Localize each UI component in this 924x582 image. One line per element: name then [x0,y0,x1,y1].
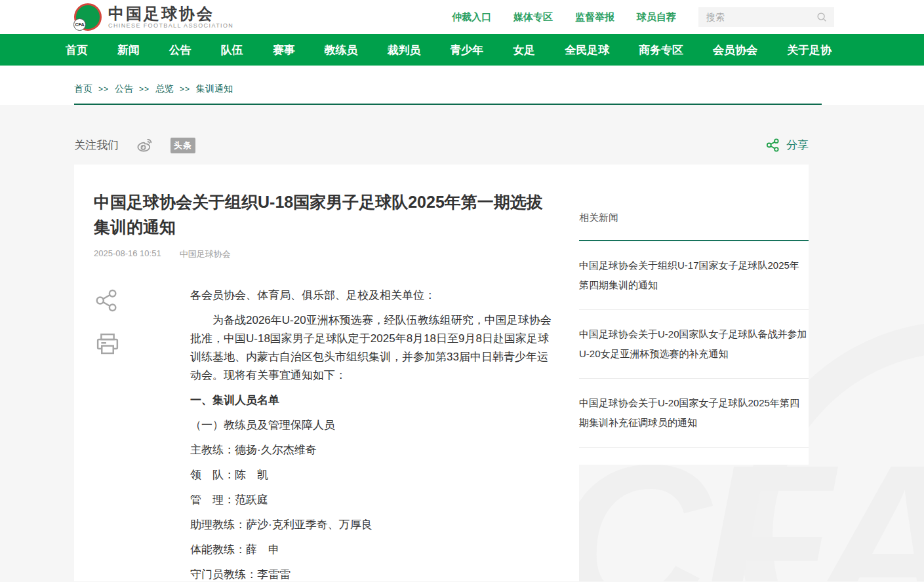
search-icon[interactable] [816,11,828,23]
share-label: 分享 [786,138,809,153]
print-icon[interactable] [94,330,133,358]
share-button[interactable]: 分享 [765,138,809,153]
nav-item-teams[interactable]: 队伍 [221,43,243,58]
nav-item-news[interactable]: 新闻 [117,43,140,58]
breadcrumb-separator: >> [139,85,150,94]
logo-title: 中国足球协会 [108,5,233,22]
breadcrumb-separator: >> [98,85,109,94]
logo-subtitle: CHINESE FOOTBALL ASSOCIATION [108,22,233,29]
article-share-icon[interactable] [94,288,133,313]
nav-item-home[interactable]: 首页 [66,43,88,58]
article-paragraph: 主教练：德扬·久尔杰维奇 [190,441,556,459]
follow-share-bar: 关注我们 头条 [74,105,822,165]
related-news-sidebar: 相关新闻 中国足球协会关于组织U-17国家女子足球队2025年第四期集训的通知 … [579,165,809,465]
article-paragraph: 各会员协会、体育局、俱乐部、足校及相关单位： [190,286,556,305]
breadcrumb: 首页 >> 公告 >> 总览 >> 集训通知 [74,66,822,105]
article-section-heading: 一、集训人员名单 [190,391,556,410]
main-navbar: 首页 新闻 公告 队伍 赛事 教练员 裁判员 青少年 女足 全民足球 商务专区 … [0,34,924,66]
nav-item-business[interactable]: 商务专区 [639,43,683,58]
cfa-emblem-ball: CFA [73,18,86,31]
article-paragraph: 为备战2026年U-20亚洲杯预选赛，经队伍教练组研究，中国足球协会批准，中国U… [190,311,556,385]
search-input[interactable] [705,11,812,23]
article-date: 2025-08-16 10:51 [94,248,161,260]
breadcrumb-current[interactable]: 集训通知 [196,83,233,95]
header-link-arbitration[interactable]: 仲裁入口 [452,11,491,24]
breadcrumb-overview[interactable]: 总览 [155,83,174,95]
header-link-supervision[interactable]: 监督举报 [575,11,614,24]
nav-item-womens[interactable]: 女足 [513,43,535,58]
nav-item-announcements[interactable]: 公告 [169,43,191,58]
article-title: 中国足球协会关于组织U-18国家男子足球队2025年第一期选拔集训的通知 [94,189,556,239]
article-tools [94,286,133,581]
article-paragraph: （一）教练员及管理保障人员 [190,416,556,435]
header-links: 仲裁入口 媒体专区 监督举报 球员自荐 [452,7,834,27]
article-paragraph: 助理教练：萨沙·克利亚季奇、万厚良 [190,516,556,534]
nav-item-grassroots[interactable]: 全民足球 [565,43,609,58]
breadcrumb-announcements[interactable]: 公告 [115,83,133,95]
nav-item-youth[interactable]: 青少年 [450,43,483,58]
breadcrumb-home[interactable]: 首页 [74,83,92,95]
nav-item-competitions[interactable]: 赛事 [273,43,295,58]
share-icon [765,138,780,153]
header-link-player[interactable]: 球员自荐 [637,11,676,24]
top-header: CFA 中国足球协会 CHINESE FOOTBALL ASSOCIATION … [0,0,924,34]
header-link-media[interactable]: 媒体专区 [513,11,553,24]
follow-us-label: 关注我们 [74,138,119,153]
breadcrumb-strip: 首页 >> 公告 >> 总览 >> 集训通知 [0,66,924,105]
logo-text: 中国足球协会 CHINESE FOOTBALL ASSOCIATION [108,5,233,29]
related-news-item[interactable]: 中国足球协会关于组织U-17国家女子足球队2025年第四期集训的通知 [579,241,809,310]
article-card: 中国足球协会关于组织U-18国家男子足球队2025年第一期选拔集训的通知 202… [74,165,579,581]
related-news-item[interactable]: 中国足球协会关于U-20国家队女子足球队备战并参加U-20女足亚洲杯预选赛的补充… [579,310,809,379]
nav-item-about[interactable]: 关于足协 [787,43,832,58]
article-paragraph: 领 队：陈 凯 [190,466,556,484]
search-box[interactable] [698,7,834,27]
site-logo[interactable]: CFA 中国足球协会 CHINESE FOOTBALL ASSOCIATION [74,3,233,31]
related-news-title: 相关新闻 [579,212,809,224]
cfa-emblem-icon: CFA [74,3,102,31]
toutiao-badge[interactable]: 头条 [171,138,195,153]
article-paragraph: 守门员教练：李雷雷 [190,566,556,581]
related-news-item[interactable]: 中国足球协会关于U-20国家女子足球队2025年第四期集训补充征调球员的通知 [579,379,809,448]
nav-item-member-assoc[interactable]: 会员协会 [713,43,757,58]
article-paragraph: 体能教练：薛 申 [190,541,556,559]
nav-item-coaches[interactable]: 教练员 [325,43,358,58]
breadcrumb-separator: >> [180,85,190,94]
nav-item-referees[interactable]: 裁判员 [387,43,420,58]
article-body: 各会员协会、体育局、俱乐部、足校及相关单位： 为备战2026年U-20亚洲杯预选… [133,286,556,581]
weibo-icon[interactable] [136,136,153,154]
article-meta: 2025-08-16 10:51 中国足球协会 [94,248,556,260]
page-body: CFA 关注我们 头条 [0,105,924,581]
article-paragraph: 管 理：范跃庭 [190,491,556,509]
article-source: 中国足球协会 [180,248,231,260]
